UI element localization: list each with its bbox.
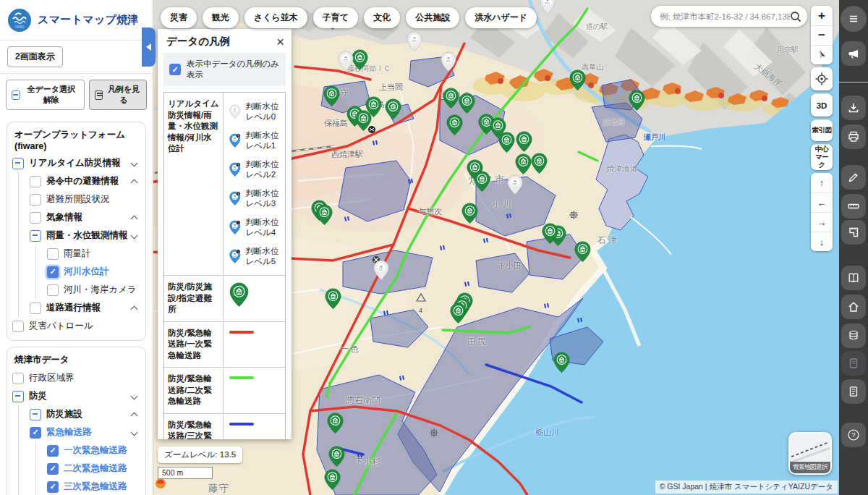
category-chip-2[interactable]: 観光 [203,7,239,28]
background-map-select-button[interactable]: 背景地図選択 [788,432,832,475]
layer-item-防災[interactable]: 防災 [12,387,140,405]
category-chip-1[interactable]: 災害 [161,7,197,28]
checkbox-unchecked[interactable] [12,321,24,332]
checkbox-unchecked[interactable] [47,284,59,296]
chevron-down-icon[interactable] [131,429,138,436]
three-d-button[interactable]: 3D [811,93,833,117]
shelter-marker[interactable] [443,88,459,112]
shelter-marker[interactable] [450,302,467,327]
layer-item-雨量・水位観測情報[interactable]: 雨量・水位観測情報 [12,227,140,245]
checkbox-unchecked[interactable] [12,373,24,384]
zoom-out-button[interactable]: − [811,25,833,45]
index-map-button[interactable]: 索引図 [811,119,833,141]
menu-button[interactable] [841,6,867,32]
chevron-up-icon[interactable] [131,412,138,420]
checkbox-unchecked[interactable] [30,212,41,224]
layer-item-避難所開設状況[interactable]: 避難所開設状況 [12,190,140,208]
shelter-marker[interactable] [459,93,475,117]
chevron-up-icon[interactable] [131,306,138,313]
checkbox-checked[interactable] [47,463,59,475]
shelter-marker[interactable] [325,288,341,313]
shelter-marker[interactable] [574,241,591,266]
layer-item-気象情報[interactable]: 気象情報 [12,208,140,227]
checkbox-indeterminate[interactable] [30,409,41,420]
shelter-marker[interactable] [531,153,548,177]
shelter-marker[interactable] [461,203,478,227]
shelter-marker[interactable] [316,204,333,229]
database-button[interactable] [841,323,866,348]
compass-button[interactable] [811,45,833,64]
shelter-marker[interactable] [446,114,463,139]
checkbox-indeterminate[interactable] [30,230,41,242]
pan-right-button[interactable]: → [811,212,833,232]
layer-item-リアルタイム防災情報[interactable]: リアルタイム防災情報 [12,154,140,172]
layer-item-河川水位計[interactable]: 河川水位計 [12,263,140,281]
layer-item-災害パトロール[interactable]: 災害パトロール [12,317,140,335]
shelter-marker[interactable] [498,132,515,156]
category-chip-3[interactable]: さくら並木 [244,7,307,28]
notes-button[interactable] [841,379,866,404]
close-icon[interactable]: × [276,35,284,48]
shelter-marker[interactable] [474,171,490,195]
pan-down-button[interactable]: ↓ [811,232,833,251]
layer-item-緊急輸送路[interactable]: 緊急輸送路 [12,423,140,441]
water-level-marker[interactable] [540,0,556,17]
water-level-marker[interactable] [507,174,523,198]
checkbox-unchecked[interactable] [30,302,41,314]
shelter-marker[interactable] [516,131,532,156]
layer-item-二次緊急輸送路[interactable]: 二次緊急輸送路 [12,460,140,478]
water-level-marker[interactable] [373,260,389,284]
legend-filter-checkbox[interactable] [169,64,181,75]
layer-item-雨量計[interactable]: 雨量計 [12,245,140,263]
shelter-marker[interactable] [542,223,558,248]
checkbox-indeterminate[interactable] [12,391,24,402]
checkbox-unchecked[interactable] [30,176,41,187]
shelter-marker[interactable] [553,352,570,376]
chevron-down-icon[interactable] [131,160,138,167]
help-button[interactable]: ? [841,423,866,447]
water-level-marker[interactable] [407,31,422,55]
megaphone-button[interactable] [841,41,866,66]
zoom-in-button[interactable]: + [811,6,833,25]
shelter-marker[interactable] [328,446,345,470]
shelter-marker[interactable] [569,69,586,94]
shelter-marker[interactable] [365,96,382,121]
layer-item-三次緊急輸送路[interactable]: 三次緊急輸送路 [12,478,140,495]
sidebar-collapse-button[interactable] [142,28,156,67]
pencil-button[interactable] [841,165,866,190]
search-icon[interactable] [790,11,801,22]
show-legend-button[interactable]: 凡例を見る [89,80,147,110]
search-input[interactable] [660,12,790,21]
checkbox-checked[interactable] [47,266,59,278]
layer-item-行政区域界[interactable]: 行政区域界 [12,369,140,387]
download-button[interactable] [841,96,866,120]
shelter-marker[interactable] [629,90,645,114]
category-chip-4[interactable]: 子育て [313,7,358,28]
pan-up-button[interactable]: ↑ [811,173,833,192]
category-chip-5[interactable]: 文化 [364,7,400,28]
shelter-marker[interactable] [324,469,341,494]
layer-item-河川・海岸カメラ[interactable]: 河川・海岸カメラ [12,281,140,299]
area-measure-button[interactable] [841,220,866,245]
checkbox-checked[interactable] [30,427,41,439]
layer-item-防災施設[interactable]: 防災施設 [12,405,140,423]
checkbox-checked[interactable] [47,481,59,493]
layer-item-発令中の避難情報[interactable]: 発令中の避難情報 [12,172,140,190]
book-button[interactable] [841,266,866,290]
category-chip-6[interactable]: 公共施設 [406,7,459,28]
layer-item-道路通行情報[interactable]: 道路通行情報 [12,299,140,317]
checkbox-checked[interactable] [47,445,59,457]
printer-button[interactable] [841,124,866,149]
shelter-marker[interactable] [327,412,344,437]
pan-left-button[interactable]: ← [811,192,833,212]
center-mark-button[interactable]: 中心マーク [811,144,833,170]
layer-item-一次緊急輸送路[interactable]: 一次緊急輸送路 [12,441,140,460]
ruler-button[interactable] [841,194,866,219]
home-button[interactable] [841,295,866,319]
chevron-up-icon[interactable] [131,179,138,187]
geolocate-button[interactable] [811,67,833,90]
shelter-marker[interactable] [323,85,340,110]
checkbox-unchecked[interactable] [47,248,59,260]
checkbox-unchecked[interactable] [30,194,41,206]
category-chip-7[interactable]: 洪水ハザード [465,7,537,28]
